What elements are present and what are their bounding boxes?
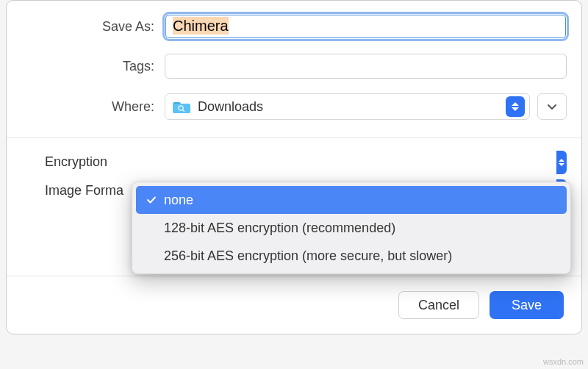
encryption-stepper-icon xyxy=(556,151,567,174)
encryption-option-label: 128-bit AES encryption (recommended) xyxy=(164,221,395,236)
folder-icon xyxy=(173,99,190,114)
watermark: wsxdn.com xyxy=(543,357,584,366)
tags-row: Tags: xyxy=(21,54,567,79)
encryption-option-label: none xyxy=(164,193,193,208)
encryption-option-label: 256-bit AES encryption (more secure, but… xyxy=(164,248,452,264)
save-dialog: Save As: Chimera Tags: Where: xyxy=(6,0,582,334)
chevron-down-icon xyxy=(547,101,557,112)
where-label: Where: xyxy=(21,99,165,115)
where-value: Downloads xyxy=(198,99,263,115)
checkmark-icon xyxy=(146,195,161,205)
tags-input[interactable] xyxy=(165,54,567,79)
encryption-option-128[interactable]: 128-bit AES encryption (recommended) xyxy=(136,214,567,242)
encryption-row: Encryption xyxy=(21,154,567,170)
dialog-footer: Cancel Save xyxy=(7,276,581,334)
encryption-option-256[interactable]: 256-bit AES encryption (more secure, but… xyxy=(136,242,567,270)
encryption-dropdown-menu: none 128-bit AES encryption (recommended… xyxy=(132,182,571,274)
cancel-button[interactable]: Cancel xyxy=(398,291,479,319)
save-as-row: Save As: Chimera xyxy=(21,14,567,39)
save-button[interactable]: Save xyxy=(490,291,564,319)
where-row: Where: Downloads xyxy=(21,93,567,120)
encryption-label: Encryption xyxy=(21,154,139,170)
where-select[interactable]: Downloads xyxy=(165,93,530,120)
encryption-option-none[interactable]: none xyxy=(136,186,567,214)
image-format-label: Image Forma xyxy=(21,183,139,198)
file-section: Save As: Chimera Tags: Where: xyxy=(7,1,581,137)
where-stepper-icon xyxy=(506,96,525,117)
tags-label: Tags: xyxy=(21,59,165,74)
save-as-input[interactable]: Chimera xyxy=(165,14,567,39)
save-as-label: Save As: xyxy=(21,19,165,35)
expand-button[interactable] xyxy=(537,93,567,120)
save-as-value: Chimera xyxy=(173,17,229,35)
